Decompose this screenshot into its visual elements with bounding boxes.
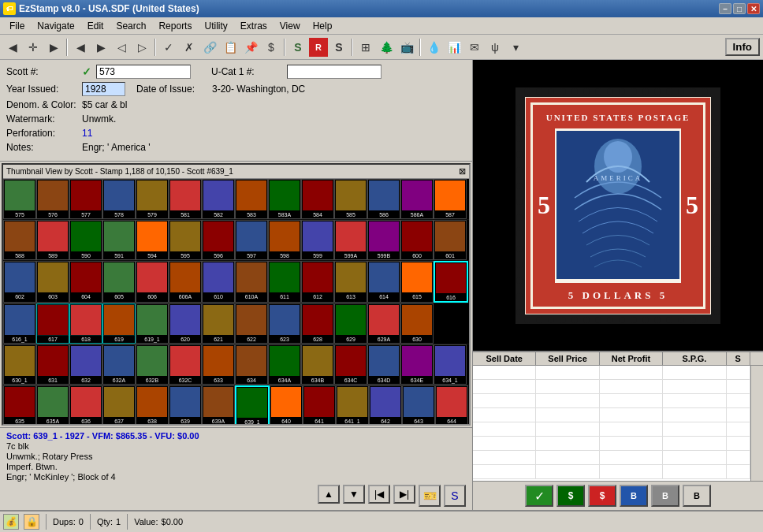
action-b3[interactable]: B <box>683 485 711 507</box>
tb-copy[interactable]: 📋 <box>221 38 240 57</box>
stamp-585[interactable]: 585 <box>334 179 367 219</box>
stamp-589[interactable]: 589 <box>36 220 69 260</box>
menu-reports[interactable]: Reports <box>152 19 198 33</box>
stamp-630[interactable]: 630 <box>400 303 434 344</box>
stamp-605[interactable]: 605 <box>102 261 136 303</box>
menu-extras[interactable]: Extras <box>234 19 274 33</box>
stamp-603[interactable]: 603 <box>36 261 69 303</box>
stamp-599A[interactable]: 599A <box>334 220 367 260</box>
tb-nav-fwd[interactable]: ▶ <box>91 38 110 57</box>
stamp-576[interactable]: 576 <box>36 179 69 219</box>
stamp-584[interactable]: 584 <box>301 179 334 219</box>
tb-move[interactable]: ✛ <box>24 38 43 57</box>
year-input[interactable] <box>82 82 125 96</box>
menu-edit[interactable]: Edit <box>81 19 110 33</box>
stamp-629[interactable]: 629 <box>334 303 367 344</box>
stamp-596[interactable]: 596 <box>202 220 235 260</box>
stamp-641_1[interactable]: 641_1 <box>336 385 369 424</box>
stamp-616[interactable]: 616 <box>434 261 468 303</box>
tb-drop[interactable]: 💧 <box>424 38 443 57</box>
nav-up[interactable]: ▲ <box>318 485 340 504</box>
menu-file[interactable]: File <box>3 19 31 33</box>
stamp-578[interactable]: 578 <box>102 179 136 219</box>
stamp-621[interactable]: 621 <box>202 303 235 344</box>
stamp-634D[interactable]: 634D <box>367 344 400 385</box>
stamp-635[interactable]: 635 <box>3 385 36 424</box>
tb-dollar[interactable]: $ <box>262 38 281 57</box>
menu-utility[interactable]: Utility <box>198 19 233 33</box>
stamp-632C[interactable]: 632C <box>169 344 202 385</box>
stamp-620[interactable]: 620 <box>169 303 202 344</box>
stamp-618[interactable]: 618 <box>69 303 102 344</box>
menu-navigate[interactable]: Navigate <box>31 19 80 33</box>
stamp-601[interactable]: 601 <box>434 220 467 260</box>
tb-more[interactable]: ▾ <box>506 38 525 57</box>
sell-scrollbar[interactable] <box>750 366 763 481</box>
nav-first[interactable]: |◀ <box>368 485 390 504</box>
tb-mail[interactable]: ✉ <box>465 38 484 57</box>
stamp-639[interactable]: 639 <box>169 385 202 424</box>
stamp-631[interactable]: 631 <box>36 344 69 385</box>
tb-paste[interactable]: 📌 <box>241 38 260 57</box>
minimize-button[interactable]: – <box>719 3 731 14</box>
stamp-586A[interactable]: 586A <box>400 179 434 219</box>
tb-s2[interactable]: S <box>329 38 348 57</box>
stamp-612[interactable]: 612 <box>301 261 334 303</box>
tb-grid[interactable]: ⊞ <box>356 38 375 57</box>
stamp-628[interactable]: 628 <box>301 303 334 344</box>
stamp-577[interactable]: 577 <box>69 179 102 219</box>
tb-forward[interactable]: ▶ <box>44 38 63 57</box>
stamp-630_1[interactable]: 630_1 <box>3 344 36 385</box>
stamp-641[interactable]: 641 <box>303 385 336 424</box>
stamp-583[interactable]: 583 <box>235 179 268 219</box>
stamp-629A[interactable]: 629A <box>367 303 400 344</box>
stamp-597[interactable]: 597 <box>235 220 268 260</box>
thumbnail-grid[interactable]: 575576577578579581582583583A584585586586… <box>3 179 469 424</box>
stamp-613[interactable]: 613 <box>334 261 367 303</box>
stamp-591[interactable]: 591 <box>102 220 136 260</box>
stamp-619[interactable]: 619 <box>102 303 136 344</box>
scott-input[interactable] <box>96 65 191 79</box>
stamp-600[interactable]: 600 <box>400 220 434 260</box>
icon-btn-1[interactable]: 🎫 <box>419 485 441 507</box>
info-button[interactable]: Info <box>725 38 760 56</box>
stamp-617[interactable]: 617 <box>36 303 69 344</box>
stamp-595[interactable]: 595 <box>169 220 202 260</box>
stamp-586[interactable]: 586 <box>367 179 400 219</box>
stamp-634B[interactable]: 634B <box>301 344 334 385</box>
stamp-632B[interactable]: 632B <box>136 344 169 385</box>
icon-btn-2[interactable]: S <box>444 485 466 507</box>
stamp-614[interactable]: 614 <box>367 261 400 303</box>
tb-r[interactable]: R <box>309 38 328 57</box>
stamp-634[interactable]: 634 <box>235 344 268 385</box>
thumbnail-close[interactable]: ⊠ <box>459 166 466 177</box>
stamp-632A[interactable]: 632A <box>102 344 136 385</box>
action-check[interactable]: ✓ <box>525 485 553 507</box>
ucat-input[interactable] <box>287 65 382 79</box>
stamp-619_1[interactable]: 619_1 <box>136 303 169 344</box>
stamp-635A[interactable]: 635A <box>36 385 69 424</box>
stamp-623[interactable]: 623 <box>268 303 301 344</box>
tb-right[interactable]: ▷ <box>132 38 151 57</box>
tb-link[interactable]: 🔗 <box>200 38 219 57</box>
stamp-590[interactable]: 590 <box>69 220 102 260</box>
stamp-634E[interactable]: 634E <box>400 344 434 385</box>
stamp-610[interactable]: 610 <box>202 261 235 303</box>
action-b2[interactable]: B <box>651 485 679 507</box>
status-icon-1[interactable]: 💰 <box>3 514 19 530</box>
stamp-582[interactable]: 582 <box>202 179 235 219</box>
stamp-615[interactable]: 615 <box>400 261 434 303</box>
stamp-606A[interactable]: 606A <box>169 261 202 303</box>
stamp-583A[interactable]: 583A <box>268 179 301 219</box>
stamp-611[interactable]: 611 <box>268 261 301 303</box>
stamp-606[interactable]: 606 <box>136 261 169 303</box>
stamp-610A[interactable]: 610A <box>235 261 268 303</box>
stamp-644[interactable]: 644 <box>435 385 468 424</box>
tb-back[interactable]: ◀ <box>3 38 22 57</box>
tb-nav-back[interactable]: ◀ <box>71 38 90 57</box>
action-sell-green[interactable]: $ <box>556 485 585 507</box>
stamp-642[interactable]: 642 <box>369 385 402 424</box>
maximize-button[interactable]: □ <box>733 3 746 14</box>
stamp-575[interactable]: 575 <box>3 179 36 219</box>
stamp-634_1[interactable]: 634_1 <box>434 344 467 385</box>
